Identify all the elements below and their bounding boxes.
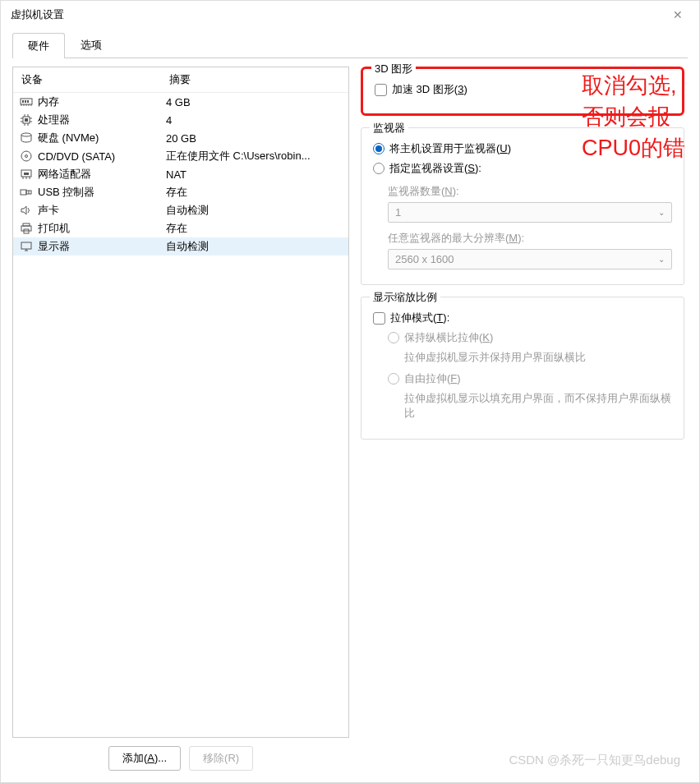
svg-rect-3 <box>27 100 29 103</box>
tab-options[interactable]: 选项 <box>65 32 117 58</box>
header-summary[interactable]: 摘要 <box>161 67 348 92</box>
remove-label: 移除(R) <box>203 752 239 764</box>
group-monitor-title: 监视器 <box>370 121 408 136</box>
radio-use-host-btn[interactable] <box>373 143 385 154</box>
cd-icon <box>18 150 35 163</box>
hardware-table: 设备 摘要 内存4 GB处理器4硬盘 (NVMe)20 GBCD/DVD (SA… <box>12 67 349 738</box>
hardware-row[interactable]: 内存4 GB <box>13 93 348 111</box>
usb-icon <box>18 186 35 199</box>
tab-hardware[interactable]: 硬件 <box>12 33 65 58</box>
hw-name: 显示器 <box>38 239 166 254</box>
stretch-mode-label: 拉伸模式(T): <box>390 311 449 325</box>
memory-icon <box>18 95 35 108</box>
svg-rect-10 <box>25 118 28 122</box>
hw-summary: 自动检测 <box>166 203 343 218</box>
net-icon <box>18 168 35 181</box>
hw-summary: 4 GB <box>166 96 343 108</box>
hw-summary: NAT <box>166 168 343 181</box>
svg-point-21 <box>25 155 28 158</box>
remove-button: 移除(R) <box>189 746 253 771</box>
svg-rect-27 <box>21 190 26 195</box>
window-title: 虚拟机设置 <box>11 7 64 22</box>
hardware-panel: 设备 摘要 内存4 GB处理器4硬盘 (NVMe)20 GBCD/DVD (SA… <box>12 67 349 774</box>
printer-icon <box>18 222 35 235</box>
hardware-header: 设备 摘要 <box>13 67 348 93</box>
sound-icon <box>18 204 35 217</box>
hw-name: 声卡 <box>38 203 166 218</box>
add-label: 添加(A)... <box>122 752 167 764</box>
hw-name: 处理器 <box>38 113 166 127</box>
titlebar: 虚拟机设置 ✕ <box>1 1 699 29</box>
hardware-row[interactable]: 声卡自动检测 <box>13 201 348 219</box>
accel-3d-checkbox[interactable] <box>375 84 387 96</box>
svg-rect-1 <box>22 100 24 103</box>
disk-icon <box>18 131 35 145</box>
hw-name: 内存 <box>38 94 166 109</box>
hardware-row[interactable]: 显示器自动检测 <box>13 237 348 256</box>
max-res-combo: 2560 x 1600 ⌄ <box>388 249 672 269</box>
accel-3d-label: 加速 3D 图形(3) <box>392 82 467 97</box>
hw-summary: 正在使用文件 C:\Users\robin... <box>166 149 343 164</box>
monitor-count-label: 监视器数量(N): <box>388 184 672 199</box>
max-res-value: 2560 x 1600 <box>395 253 454 265</box>
radio-free-stretch-btn <box>388 373 399 385</box>
hardware-row[interactable]: 网络适配器NAT <box>13 165 348 183</box>
hw-summary: 4 <box>166 114 343 127</box>
group-scale-title: 显示缩放比例 <box>370 290 440 305</box>
header-device[interactable]: 设备 <box>13 67 161 92</box>
chevron-down-icon: ⌄ <box>658 208 665 217</box>
radio-specify-btn[interactable] <box>373 163 385 174</box>
chevron-down-icon: ⌄ <box>658 255 665 264</box>
content-area: 设备 摘要 内存4 GB处理器4硬盘 (NVMe)20 GBCD/DVD (SA… <box>1 58 699 782</box>
max-res-label: 任意监视器的最大分辨率(M): <box>388 231 672 246</box>
group-3d-title: 3D 图形 <box>371 62 416 76</box>
hw-name: USB 控制器 <box>38 185 166 200</box>
group-display-scale: 显示缩放比例 拉伸模式(T): 保持纵横比拉伸(K) 拉伸虚拟机显示并保持用户界… <box>361 297 684 440</box>
hw-name: 打印机 <box>38 221 166 236</box>
radio-keep-ratio-label: 保持纵横比拉伸(K) <box>404 330 493 345</box>
free-stretch-desc: 拉伸虚拟机显示以填充用户界面，而不保持用户界面纵横比 <box>404 391 672 421</box>
svg-rect-34 <box>21 242 31 249</box>
radio-specify-label: 指定监视器设置(S): <box>389 161 481 176</box>
hardware-row[interactable]: 处理器4 <box>13 111 348 129</box>
hw-summary: 自动检测 <box>166 239 343 254</box>
watermark: CSDN @杀死一只知更鸟debug <box>509 753 680 768</box>
radio-keep-ratio-btn <box>388 332 399 343</box>
hw-summary: 存在 <box>166 221 343 236</box>
button-row: 添加(A)... 移除(R) <box>12 738 349 774</box>
hw-summary: 20 GB <box>166 132 343 145</box>
radio-use-host-label: 将主机设置用于监视器(U) <box>389 141 511 156</box>
svg-point-20 <box>21 151 31 161</box>
hw-name: CD/DVD (SATA) <box>38 150 166 163</box>
svg-point-19 <box>21 133 31 136</box>
svg-rect-2 <box>25 100 26 103</box>
settings-panel: 3D 图形 加速 3D 图形(3) 监视器 将主机设置用于监视器(U) 指定监视… <box>361 67 688 774</box>
hw-name: 硬盘 (NVMe) <box>38 131 166 145</box>
monitor-count-value: 1 <box>395 206 401 219</box>
close-icon[interactable]: ✕ <box>666 8 689 21</box>
hardware-row[interactable]: USB 控制器存在 <box>13 183 348 201</box>
keep-ratio-desc: 拉伸虚拟机显示并保持用户界面纵横比 <box>404 350 672 365</box>
svg-rect-32 <box>21 226 31 231</box>
hardware-row[interactable]: CD/DVD (SATA)正在使用文件 C:\Users\robin... <box>13 147 348 165</box>
radio-free-stretch: 自由拉伸(F) <box>388 371 672 386</box>
hardware-row[interactable]: 打印机存在 <box>13 219 348 237</box>
tab-strip: 硬件 选项 <box>12 32 688 58</box>
stretch-mode-row[interactable]: 拉伸模式(T): <box>373 311 672 325</box>
radio-free-stretch-label: 自由拉伸(F) <box>404 371 461 386</box>
annotation-text: 取消勾选, 否则会报 CPU0的错 <box>582 71 685 164</box>
add-button[interactable]: 添加(A)... <box>108 746 181 771</box>
radio-keep-ratio: 保持纵横比拉伸(K) <box>388 330 672 345</box>
hardware-row[interactable]: 硬盘 (NVMe)20 GB <box>13 129 348 147</box>
svg-rect-23 <box>24 173 29 175</box>
hw-summary: 存在 <box>166 185 343 200</box>
monitor-count-combo: 1 ⌄ <box>388 202 672 223</box>
hw-name: 网络适配器 <box>38 167 166 182</box>
display-icon <box>18 240 35 253</box>
stretch-mode-checkbox[interactable] <box>373 312 385 325</box>
cpu-icon <box>18 113 35 127</box>
